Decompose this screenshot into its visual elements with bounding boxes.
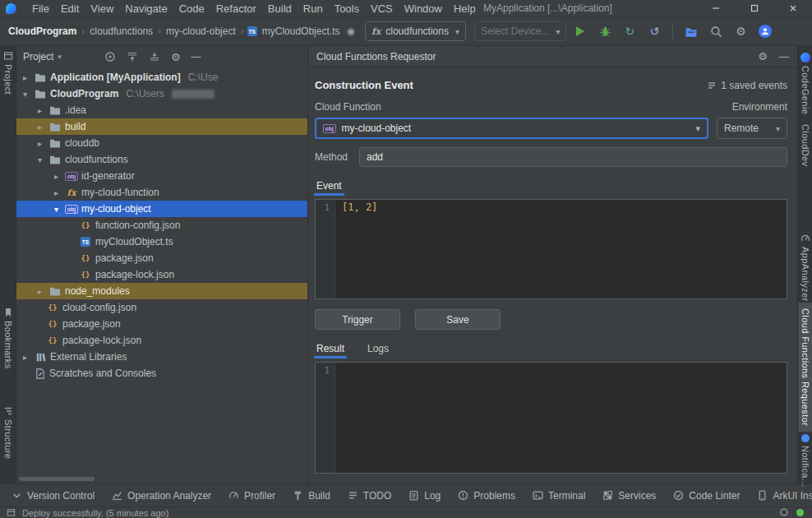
tool-strip-codegenie[interactable]: CodeGenie — [798, 53, 812, 114]
environment-select[interactable]: Remote ▾ — [717, 118, 787, 139]
menu-view[interactable]: View — [85, 0, 119, 17]
tool-strip-bookmarks[interactable]: Bookmarks — [0, 308, 16, 369]
tab-logs[interactable]: Logs — [367, 343, 389, 358]
menu-code[interactable]: Code — [173, 0, 210, 17]
settings-button[interactable]: ⚙ — [730, 21, 751, 41]
status-message[interactable]: Deploy successfully. (5 minutes ago) — [22, 508, 168, 518]
menu-refactor[interactable]: Refactor — [210, 0, 262, 17]
breadcrumb-file[interactable]: myCloudObject.ts — [261, 25, 342, 37]
run-configuration-select[interactable]: fx cloudfunctions ▾ — [365, 21, 466, 41]
run-button[interactable] — [570, 21, 591, 41]
chevron-down-icon[interactable]: ▾ — [20, 90, 30, 99]
tree-item-cloudfunctions[interactable]: ▾ cloudfunctions — [16, 151, 307, 168]
cloud-function-select[interactable]: obj my-cloud-object ▾ — [315, 118, 708, 139]
statusbar-problems[interactable]: Problems — [458, 490, 515, 502]
chevron-right-icon[interactable]: ▸ — [35, 123, 45, 132]
chevron-right-icon[interactable]: ▸ — [35, 106, 45, 115]
close-button[interactable] — [773, 0, 812, 16]
menu-file[interactable]: File — [26, 0, 55, 17]
statusbar-operation-analyzer[interactable]: Operation Analyzer — [112, 490, 211, 502]
locate-file-icon[interactable] — [104, 51, 116, 62]
chevron-right-icon[interactable]: ▸ — [51, 172, 62, 181]
device-select[interactable]: Select Device... ▾ — [474, 21, 566, 41]
sync-button[interactable]: ↻ — [619, 21, 640, 41]
chevron-right-icon[interactable]: ▸ — [35, 287, 45, 296]
tree-item-package-lock-json-root[interactable]: {} package-lock.json — [16, 332, 307, 349]
statusbar-arkui-inspector[interactable]: ArkUI Insp... — [757, 490, 812, 502]
tree-item-my-cloud-function[interactable]: ▸ fx my-cloud-function — [16, 184, 307, 201]
tree-item-node-modules[interactable]: ▸ node_modules — [16, 283, 307, 299]
tree-item-function-config[interactable]: {} function-config.json — [16, 217, 307, 234]
breadcrumb-project[interactable]: CloudProgram — [7, 25, 78, 37]
hide-panel-icon[interactable]: — — [191, 51, 201, 62]
tree-item-package-json-root[interactable]: {} package.json — [16, 316, 307, 332]
tree-item-mycloudobject-ts[interactable]: TS myCloudObject.ts — [16, 234, 307, 250]
statusbar-build[interactable]: Build — [293, 490, 330, 502]
tree-item-clouddb[interactable]: ▸ clouddb — [16, 135, 307, 151]
tree-item-application[interactable]: ▸ Application [MyApplication] C:\Use — [16, 69, 307, 86]
project-structure-button[interactable] — [681, 21, 702, 41]
menu-build[interactable]: Build — [262, 0, 298, 17]
event-editor-code[interactable]: [1, 2] — [335, 200, 787, 298]
search-everywhere-button[interactable] — [705, 21, 727, 41]
statusbar-log[interactable]: Log — [408, 490, 441, 502]
menu-navigate[interactable]: Navigate — [119, 0, 173, 17]
chevron-right-icon[interactable]: ▸ — [20, 353, 30, 362]
tree-item-build[interactable]: ▸ build — [16, 118, 307, 135]
menu-tools[interactable]: Tools — [329, 0, 365, 17]
profile-button[interactable] — [754, 21, 776, 41]
project-view-select[interactable]: Project — [23, 51, 53, 62]
statusbar-terminal[interactable]: Terminal — [533, 490, 585, 502]
chevron-down-icon[interactable]: ▾ — [35, 155, 45, 164]
saved-events-button[interactable]: 1 saved events — [707, 80, 787, 91]
debug-button[interactable] — [594, 21, 616, 41]
result-editor[interactable]: 1 — [315, 362, 787, 474]
breadcrumb-cloudfunctions[interactable]: cloudfunctions — [88, 25, 155, 37]
menu-run[interactable]: Run — [298, 0, 329, 17]
gear-icon[interactable]: ⚙ — [171, 51, 181, 63]
hide-panel-icon[interactable]: — — [779, 51, 789, 62]
menu-vcs[interactable]: VCS — [365, 0, 399, 17]
tree-item-idea[interactable]: ▸ .idea — [16, 102, 307, 118]
tree-item-cloudprogram[interactable]: ▾ CloudProgram C:\Users — [16, 86, 307, 102]
statusbar-services[interactable]: Services — [602, 490, 656, 502]
chevron-right-icon[interactable]: ▸ — [51, 188, 62, 197]
tree-item-package-lock-json[interactable]: {} package-lock.json — [16, 266, 307, 283]
statusbar-todo[interactable]: TODO — [348, 490, 391, 502]
tab-result[interactable]: Result — [316, 343, 344, 358]
breadcrumb-my-cloud-object[interactable]: my-cloud-object — [164, 25, 238, 37]
tool-strip-appanalyzer[interactable]: AppAnalyzer — [798, 234, 812, 302]
tree-item-package-json[interactable]: {} package.json — [16, 250, 307, 266]
menu-window[interactable]: Window — [399, 0, 448, 17]
tool-strip-cloud-functions-requestor[interactable]: Cloud Functions Requestor — [798, 303, 812, 432]
save-button[interactable]: Save — [415, 309, 501, 330]
maximize-button[interactable] — [735, 0, 773, 16]
trigger-button[interactable]: Trigger — [315, 309, 400, 330]
tree-item-external-libraries[interactable]: ▸ External Libraries — [16, 349, 307, 365]
gear-icon[interactable]: ⚙ — [758, 50, 768, 62]
tool-strip-structure[interactable]: Structure — [0, 406, 16, 459]
menu-edit[interactable]: Edit — [55, 0, 85, 17]
minimize-button[interactable] — [696, 0, 735, 16]
chevron-right-icon[interactable]: ▸ — [35, 139, 45, 148]
tree-item-scratches[interactable]: Scratches and Consoles — [16, 365, 307, 382]
tool-strip-clouddev[interactable]: CloudDev — [798, 124, 812, 167]
tree-item-cloud-config-json[interactable]: {} cloud-config.json — [16, 299, 307, 316]
tool-strip-project[interactable]: Project — [0, 51, 16, 95]
horizontal-scrollbar[interactable] — [19, 477, 95, 481]
tree-item-id-generator[interactable]: ▸ obj id-generator — [16, 168, 307, 184]
tree-item-my-cloud-object[interactable]: ▾ obj my-cloud-object — [16, 201, 307, 217]
tab-event[interactable]: Event — [316, 180, 342, 196]
menu-help[interactable]: Help — [448, 0, 482, 17]
event-editor[interactable]: 1 [1, 2] — [315, 199, 787, 299]
restart-button[interactable]: ↺ — [644, 21, 665, 41]
collapse-all-icon[interactable] — [149, 51, 160, 62]
method-input[interactable] — [359, 147, 787, 167]
expand-all-icon[interactable] — [127, 51, 138, 62]
statusbar-profiler[interactable]: Profiler — [228, 490, 275, 502]
chevron-down-icon[interactable]: ▾ — [51, 205, 62, 214]
chevron-right-icon[interactable]: ▸ — [20, 73, 30, 82]
tool-strip-notifications[interactable]: Notifica... — [798, 434, 812, 487]
statusbar-version-control[interactable]: Version Control — [12, 490, 95, 502]
statusbar-code-linter[interactable]: Code Linter — [673, 490, 740, 502]
